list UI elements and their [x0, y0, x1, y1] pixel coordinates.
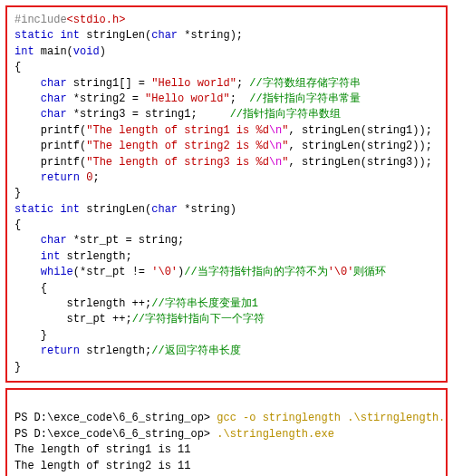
indent	[14, 282, 41, 295]
indent	[14, 234, 41, 247]
escape-seq: \n	[269, 156, 282, 169]
indent	[14, 345, 41, 357]
return-expr: strlength;	[80, 345, 151, 357]
fn-decl: stringLen(	[80, 29, 151, 42]
kw-int: int	[14, 45, 34, 58]
kw-char: char	[41, 108, 67, 121]
kw-void: void	[73, 45, 100, 58]
indent	[14, 92, 41, 105]
fn-arg: *string);	[178, 29, 243, 42]
indent	[14, 124, 41, 137]
fn-main: main(	[34, 45, 73, 58]
kw-char: char	[151, 203, 178, 216]
string-literal: "The length of string3 is %d	[86, 156, 269, 169]
kw-int: int	[60, 203, 80, 216]
indent	[14, 266, 41, 278]
var-decl: *string3 = string1;	[67, 108, 230, 121]
fn-args: , stringLen(string3));	[288, 156, 431, 169]
var-decl: *string2 =	[67, 92, 145, 105]
comment: //当字符指针指向的字符不为	[184, 266, 327, 278]
char-literal: '\0'	[151, 266, 178, 278]
paren-close: )	[100, 45, 106, 58]
fn-args: , stringLen(string1));	[288, 124, 431, 137]
kw-return: return	[41, 345, 80, 357]
brace-close: }	[41, 329, 47, 342]
string-literal: "Hello world"	[145, 92, 230, 105]
fn-def: stringLen(	[80, 203, 151, 216]
comment: //指针指向字符串常量	[249, 92, 360, 105]
terminal-prompt: PS D:\exce_code\6_6_string_op>	[14, 412, 217, 424]
brace-close: }	[14, 361, 21, 374]
kw-char: char	[41, 92, 67, 105]
semicolon: ;	[92, 171, 99, 184]
string-literal: "The length of string2 is %d	[86, 140, 269, 152]
kw-int: int	[41, 250, 61, 263]
indent	[14, 171, 41, 184]
fn-args: , stringLen(string2));	[288, 140, 431, 152]
indent	[14, 108, 41, 121]
indent	[14, 140, 41, 152]
fn-call: printf(	[41, 140, 86, 152]
char-literal: '\0'	[328, 266, 354, 278]
var-decl: string1[] =	[67, 77, 152, 90]
brace-close: }	[14, 187, 21, 199]
indent	[14, 297, 67, 310]
terminal-command: .\stringlength.exe	[217, 428, 334, 441]
indent	[14, 313, 67, 325]
terminal-panel: PS D:\exce_code\6_6_string_op> gcc -o st…	[5, 388, 448, 476]
indent	[14, 156, 41, 169]
comment: //字符数组存储字符串	[249, 77, 360, 90]
terminal-output: The length of string2 is 11	[14, 460, 190, 472]
semicolon: ;	[236, 77, 249, 90]
escape-seq: \n	[269, 124, 282, 137]
while-cond: (*str_pt !=	[73, 266, 151, 278]
escape-seq: \n	[269, 140, 282, 152]
code-panel: #include<stdio.h> static int stringLen(c…	[5, 5, 448, 383]
fn-call: printf(	[41, 156, 86, 169]
statement: str_pt ++;	[67, 313, 132, 325]
terminal-prompt: PS D:\exce_code\6_6_string_op>	[14, 428, 217, 441]
preproc-hash: #include	[14, 14, 67, 26]
comment: //字符串长度变量加1	[151, 297, 258, 310]
comment: //返回字符串长度	[151, 345, 240, 357]
comment: //字符指针指向下一个字符	[132, 313, 265, 325]
kw-char: char	[41, 234, 67, 247]
string-literal: "The length of string1 is %d	[86, 124, 269, 137]
kw-char: char	[151, 29, 178, 42]
statement: strlength ++;	[67, 297, 152, 310]
brace-open: {	[14, 61, 21, 73]
kw-static: static	[14, 203, 53, 216]
semicolon: ;	[230, 92, 250, 105]
string-literal: "Hello world"	[151, 77, 236, 90]
kw-static: static	[14, 29, 53, 42]
include-header: <stdio.h>	[67, 14, 126, 26]
comment: 则循环	[353, 266, 386, 278]
fn-arg: *string)	[178, 203, 236, 216]
terminal-output: The length of string1 is 11	[14, 443, 190, 456]
indent	[14, 250, 41, 263]
comment: //指针指向字符串数组	[230, 108, 341, 121]
var-decl: strlength;	[60, 250, 131, 263]
kw-int: int	[60, 29, 80, 42]
brace-open: {	[14, 219, 21, 231]
var-decl: *str_pt = string;	[67, 234, 185, 247]
kw-while: while	[41, 266, 73, 278]
kw-char: char	[41, 77, 67, 90]
brace-open: {	[41, 282, 47, 295]
indent	[14, 329, 41, 342]
fn-call: printf(	[41, 124, 86, 137]
indent	[14, 77, 41, 90]
kw-return: return	[41, 171, 80, 184]
terminal-command: gcc -o stringlength .\stirnglength.c	[217, 412, 448, 424]
